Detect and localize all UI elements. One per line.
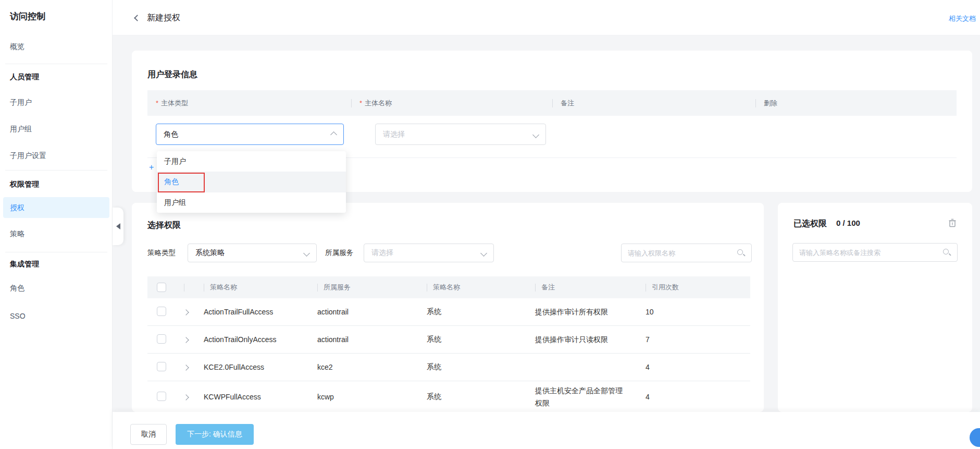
column-subject-type: * 主体类型 (147, 90, 351, 116)
row-checkbox[interactable] (157, 362, 166, 371)
dropdown-option-role[interactable]: 角色 (157, 172, 346, 192)
table-row: ActionTrailFullAccess actiontrail 系统 提供操… (147, 298, 750, 326)
column-remark: 备注 (552, 90, 755, 116)
policy-table: 策略名称 所属服务 策略名称 备注 引用次数 ActionTrailFullAc… (147, 276, 750, 413)
sidebar-item-subuser[interactable]: 子用户 (0, 92, 113, 113)
user-login-title: 用户登录信息 (147, 69, 197, 80)
collapse-left-arrow-icon (116, 223, 120, 229)
page-title: 新建授权 (147, 13, 180, 23)
column-delete: 删除 (755, 90, 957, 116)
expand-chevron-icon[interactable] (183, 365, 189, 370)
chevron-down-icon (481, 249, 486, 257)
policy-ref-count: 10 (646, 308, 750, 316)
service-label: 所属服务 (325, 248, 353, 258)
sidebar-divider (5, 252, 107, 252)
policy-ref-count: 4 (646, 363, 750, 371)
sidebar-title: 访问控制 (10, 10, 45, 22)
policy-remark: 提供主机安全产品全部管理权限 (535, 384, 646, 410)
page-header: 新建授权 相关文档 (113, 0, 980, 35)
policy-table-header: 策略名称 所属服务 策略名称 备注 引用次数 (147, 276, 750, 298)
sidebar-item-role[interactable]: 角色 (0, 277, 113, 298)
search-icon[interactable] (942, 248, 951, 257)
row-checkbox[interactable] (157, 392, 166, 401)
chevron-down-icon (534, 130, 538, 139)
sidebar-section-permission: 权限管理 (0, 174, 113, 195)
expand-chevron-icon[interactable] (183, 394, 189, 400)
footer-bar: 取消 下一步: 确认信息 (113, 412, 980, 449)
policy-service: actiontrail (317, 308, 427, 316)
selected-count: 0 / 100 (836, 219, 860, 227)
policy-name: ActionTrailOnlyAccess (204, 335, 317, 344)
subject-type-select[interactable]: 角色 (156, 124, 344, 145)
search-icon[interactable] (737, 249, 745, 257)
col-service: 所属服务 (324, 283, 351, 292)
policy-remark: 提供操作审计只读权限 (535, 333, 646, 346)
subject-name-select[interactable]: 请选择 (375, 124, 546, 145)
sidebar-section-personnel: 人员管理 (0, 66, 113, 87)
permission-search-input[interactable] (628, 249, 737, 257)
chevron-up-icon (331, 130, 336, 139)
sidebar-section-integration: 集成管理 (0, 253, 113, 274)
sidebar-item-authorization[interactable]: 授权 (3, 197, 109, 218)
policy-remark: 提供操作审计所有权限 (535, 306, 646, 319)
policy-name: ActionTrailFullAccess (204, 308, 317, 316)
required-mark: * (156, 99, 158, 107)
col-ref-count: 引用次数 (652, 283, 679, 292)
policy-ref-count: 7 (646, 335, 750, 344)
select-all-checkbox[interactable] (157, 283, 166, 292)
add-subject-link[interactable]: + (149, 163, 154, 172)
row-checkbox[interactable] (157, 307, 166, 316)
table-row: KCWPFullAccess kcwp 系统 提供主机安全产品全部管理权限 4 (147, 381, 750, 413)
row-checkbox[interactable] (157, 334, 166, 344)
policy-service: kce2 (317, 363, 427, 371)
required-mark: * (359, 99, 362, 107)
table-row: ActionTrailOnlyAccess actiontrail 系统 提供操… (147, 326, 750, 354)
sidebar-item-policy[interactable]: 策略 (0, 223, 113, 244)
selected-permissions-title: 已选权限 (793, 219, 827, 229)
policy-service: actiontrail (317, 335, 427, 344)
table-row: KCE2.0FullAccess kce2 系统 4 (147, 354, 750, 381)
policy-title: 系统 (427, 362, 535, 372)
permission-search (621, 244, 752, 262)
policy-service: kcwp (317, 393, 427, 401)
service-select[interactable]: 请选择 (364, 244, 494, 262)
sidebar-item-sso[interactable]: SSO (0, 306, 113, 326)
chevron-left-icon (134, 15, 141, 21)
trash-icon[interactable] (948, 219, 957, 229)
selected-search-input[interactable] (799, 249, 942, 257)
select-permissions-card: 选择权限 策略类型 系统策略 所属服务 请选择 策略名称 所属服务 策略名称 备… (132, 203, 764, 412)
dropdown-option-usergroup[interactable]: 用户组 (157, 192, 346, 213)
selected-permissions-panel: 已选权限 0 / 100 (778, 203, 972, 412)
policy-title: 系统 (427, 392, 535, 402)
policy-title: 系统 (427, 307, 535, 317)
policy-name: KCWPFullAccess (204, 393, 317, 401)
col-policy-title: 策略名称 (433, 283, 460, 292)
policy-type-label: 策略类型 (147, 248, 176, 258)
policy-type-select[interactable]: 系统策略 (188, 244, 317, 262)
related-docs-link[interactable]: 相关文档 (949, 14, 976, 23)
col-policy-name: 策略名称 (210, 283, 237, 292)
column-subject-name: * 主体名称 (351, 90, 552, 116)
select-permissions-title: 选择权限 (147, 220, 181, 231)
sidebar-item-subuser-settings[interactable]: 子用户设置 (0, 145, 113, 166)
sidebar-item-overview[interactable]: 概览 (0, 36, 113, 57)
sidebar-divider (5, 64, 107, 64)
sidebar: 访问控制 概览 人员管理 子用户 用户组 子用户设置 权限管理 授权 策略 集成… (0, 0, 113, 449)
selected-search (792, 243, 958, 262)
policy-ref-count: 4 (646, 393, 750, 401)
next-step-button[interactable]: 下一步: 确认信息 (176, 424, 254, 445)
sidebar-item-usergroup[interactable]: 用户组 (0, 118, 113, 139)
chevron-down-icon (304, 249, 309, 257)
cancel-button[interactable]: 取消 (130, 424, 167, 445)
expand-chevron-icon[interactable] (183, 337, 189, 343)
expand-chevron-icon[interactable] (183, 309, 189, 315)
dropdown-option-subuser[interactable]: 子用户 (157, 151, 346, 172)
subject-type-dropdown: 子用户 角色 用户组 (157, 151, 346, 213)
user-login-table-header: * 主体类型 * 主体名称 备注 删除 (147, 90, 957, 116)
back-button[interactable]: 新建授权 (135, 13, 180, 23)
col-remark: 备注 (541, 282, 555, 294)
sidebar-collapse-handle[interactable] (113, 208, 123, 245)
policy-name: KCE2.0FullAccess (204, 363, 317, 371)
policy-title: 系统 (427, 335, 535, 344)
sidebar-divider (5, 170, 107, 171)
